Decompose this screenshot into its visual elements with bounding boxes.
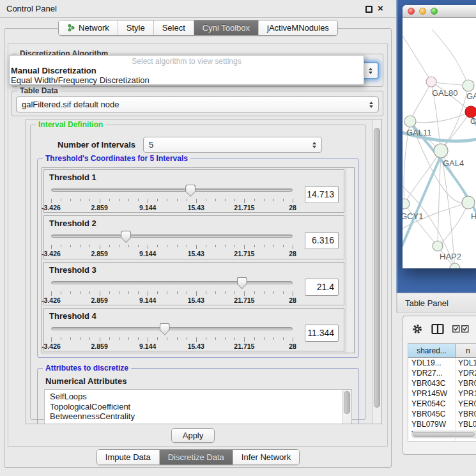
slider-track[interactable]	[51, 188, 293, 192]
network-canvas[interactable]: GAL80GACGAL11GAL4GCY1HHAP2	[403, 18, 476, 268]
attribute-item[interactable]: SelfLoops	[50, 392, 342, 402]
settings-vertical-scrollbar[interactable]	[372, 119, 381, 424]
cell-name[interactable]: YBR0	[456, 409, 476, 419]
cell-shared-name[interactable]: YDR27...	[408, 368, 456, 378]
cell-shared-name[interactable]: YPR145W	[408, 388, 456, 399]
network-node-gcy1[interactable]	[403, 199, 410, 209]
tab-select[interactable]: Select	[153, 20, 194, 35]
cell-name[interactable]: YBL0	[456, 419, 476, 429]
float-panel-icon[interactable]	[365, 6, 372, 13]
network-node-ga[interactable]	[463, 80, 474, 91]
attributes-scrollbar[interactable]	[342, 390, 351, 424]
network-node-hap2[interactable]	[433, 241, 443, 251]
slider-ticks	[51, 199, 293, 204]
cell-name[interactable]: YER0	[456, 399, 476, 409]
slider-thumb[interactable]	[185, 185, 196, 197]
table-panel-title: Table Panel	[405, 298, 449, 308]
control-panel-title: Control Panel	[6, 4, 57, 13]
attribute-item[interactable]: BetweennessCentrality	[50, 411, 342, 422]
slider-tick-labels: -3.4262.8599.14415.4321.71528	[51, 204, 293, 211]
table-row[interactable]: YBL079WYBL0	[408, 419, 476, 429]
table-panel-card: shared... n YDL19...YDL1YDR27...YDR2YBR0…	[403, 316, 476, 455]
tab-network[interactable]: Network	[59, 20, 118, 35]
scrollbar-thumb[interactable]	[374, 128, 380, 408]
threshold-value-field[interactable]: 11.344	[305, 325, 339, 342]
network-node-gal11[interactable]	[404, 116, 416, 127]
close-panel-icon[interactable]: ×	[378, 3, 383, 14]
table-row[interactable]: YDR27...YDR2	[408, 368, 476, 378]
slider-thumb[interactable]	[237, 277, 247, 289]
cell-shared-name[interactable]: YDL19...	[408, 358, 456, 368]
cell-name[interactable]: YBR0	[456, 378, 476, 388]
threshold-rows: Threshold 1-3.4262.8599.14415.4321.71528…	[42, 168, 346, 353]
split-columns-icon[interactable]	[431, 323, 444, 335]
threshold-slider[interactable]: -3.4262.8599.14415.4321.71528	[49, 275, 298, 305]
network-graph: GAL80GACGAL11GAL4GCY1HHAP2	[403, 18, 476, 268]
network-edge	[410, 82, 431, 121]
minimize-window-icon[interactable]	[419, 8, 426, 15]
threshold-value-field[interactable]: 21.4	[305, 279, 339, 296]
table-horizontal-scrollbar[interactable]	[411, 431, 476, 438]
numerical-attributes-list: SelfLoopsTopologicalCoefficientBetweenne…	[44, 389, 352, 424]
threshold-slider[interactable]: -3.4262.8599.14415.4321.71528	[49, 229, 298, 258]
interval-definition-group: Interval Definition Number of Intervals …	[30, 125, 366, 420]
cell-name[interactable]: YIL0	[456, 440, 476, 441]
cell-shared-name[interactable]: YER054C	[408, 399, 456, 409]
scrollbar-thumb[interactable]	[413, 432, 475, 437]
scrollbar-thumb[interactable]	[344, 391, 350, 414]
gear-icon[interactable]	[411, 323, 423, 335]
table-row[interactable]: YBR045CYBR0	[408, 409, 476, 419]
column-header-name[interactable]: n	[456, 344, 476, 357]
table-row[interactable]: YDL19...YDL1	[408, 358, 476, 368]
table-panel-titlebar: Table Panel	[396, 293, 476, 313]
attribute-item[interactable]: TopologicalCoefficient	[50, 402, 342, 412]
settings-scrollpane: Interval Definition Number of Intervals …	[26, 119, 382, 424]
network-node-h[interactable]	[462, 196, 475, 209]
node-label: H	[471, 211, 476, 221]
tab-jactivemnodules[interactable]: jActiveMNodules	[258, 20, 337, 35]
tab-cyni-toolbox[interactable]: Cyni Toolbox	[194, 20, 258, 35]
table-row[interactable]: YIL052CYIL0	[408, 440, 476, 441]
cell-name[interactable]: YDL1	[456, 358, 476, 368]
column-header-shared-name[interactable]: shared...	[408, 344, 456, 357]
attributes-group: Attributes to discretize Numerical Attri…	[37, 368, 359, 424]
tab-discretize-data[interactable]: Discretize Data	[159, 450, 233, 464]
popup-item-equal-width-frequency[interactable]: Equal Width/Frequency Discretization	[10, 75, 364, 85]
network-node-gal4[interactable]	[434, 144, 448, 158]
threshold-value-field[interactable]: 6.316	[305, 232, 339, 249]
thresholds-scrollbar-track[interactable]	[346, 168, 354, 353]
threshold-slider[interactable]: -3.4262.8599.14415.4321.71528	[49, 183, 298, 212]
threshold-slider[interactable]: -3.4262.8599.14415.4321.71528	[49, 321, 298, 351]
tab-impute-data[interactable]: Impute Data	[97, 450, 159, 464]
network-window[interactable]: GAL80GACGAL11GAL4GCY1HHAP2	[403, 5, 476, 268]
threshold-value-field[interactable]: 14.713	[305, 186, 339, 203]
apply-button[interactable]: Apply	[171, 428, 215, 443]
node-label: C	[470, 116, 476, 126]
zoom-window-icon[interactable]	[431, 8, 438, 15]
cell-shared-name[interactable]: YBR045C	[408, 409, 456, 419]
slider-track[interactable]	[51, 281, 293, 284]
attribute-items: SelfLoopsTopologicalCoefficientBetweenne…	[45, 390, 342, 424]
slider-track[interactable]	[51, 327, 293, 330]
threshold-label: Threshold 2	[49, 219, 339, 228]
slider-thumb[interactable]	[121, 231, 131, 243]
cell-name[interactable]: YPR1	[456, 388, 476, 399]
popup-item-manual-discretization[interactable]: Manual Discretization	[10, 66, 364, 75]
close-window-icon[interactable]	[408, 8, 415, 15]
select-columns-checkboxes-icon[interactable]	[452, 325, 469, 333]
table-row[interactable]: YPR145WYPR1	[408, 388, 476, 399]
tab-infer-network[interactable]: Infer Network	[233, 450, 299, 464]
network-node-gal80[interactable]	[426, 77, 436, 87]
cell-shared-name[interactable]: YBL079W	[408, 419, 456, 429]
slider-track[interactable]	[51, 234, 293, 238]
number-of-intervals-combo[interactable]: 5	[143, 137, 322, 153]
cell-name[interactable]: YDR2	[456, 368, 476, 378]
cell-shared-name[interactable]: YBR043C	[408, 378, 456, 388]
table-data-combo[interactable]: galFiltered.sif default node	[16, 96, 379, 112]
table-row[interactable]: YER054CYER0	[408, 399, 476, 409]
table-row[interactable]: YBR043CYBR0	[408, 378, 476, 388]
cell-shared-name[interactable]: YIL052C	[408, 440, 456, 441]
network-window-titlebar	[403, 5, 476, 18]
slider-thumb[interactable]	[160, 323, 170, 335]
tab-style[interactable]: Style	[118, 20, 153, 35]
